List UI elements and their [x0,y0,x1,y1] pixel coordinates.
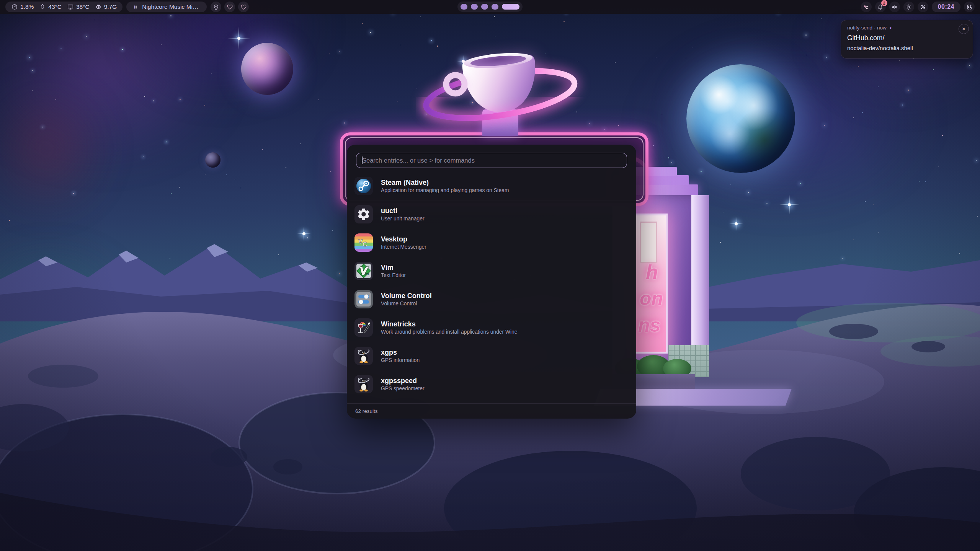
stat-value: 1.8% [20,3,34,10]
winetricks-app-icon [354,318,373,337]
notification-header: notify-send · now ● [847,25,967,31]
notification-card[interactable]: notify-send · now ● ✕ GitHub.com/ noctal… [841,20,973,59]
earth-planet [686,64,795,173]
bar-left-cluster: 1.8%43°C38°C9.7G Nightcore Music Mix 20.… [5,2,249,12]
stat-value: 43°C [48,3,62,10]
heart-icon[interactable] [224,2,235,12]
app-name: Vim [381,264,406,272]
bar-right-cluster: 2 00:24 [861,2,975,12]
launcher-item-xgps[interactable]: xgpsGPS information [347,342,636,370]
vesktop-app-icon: VC [354,233,373,252]
search-wrap [356,153,627,168]
app-description: User unit manager [381,216,425,222]
tux-app-icon [354,375,373,393]
notification-count-badge: 2 [881,0,887,6]
app-description: Text Editor [381,272,406,278]
tux-app-icon [354,347,373,365]
stat-chip: 9.7G [95,3,117,10]
app-name: Vesktop [381,235,426,243]
app-description: Work around problems and install applica… [381,329,517,335]
launcher-item-uuctl[interactable]: uuctlUser unit manager [347,200,636,228]
flame-icon [39,3,46,10]
workspace-3[interactable] [481,4,488,10]
gear-app-icon [354,205,373,223]
app-name: xgpsspeed [381,377,425,385]
launcher-item-vim[interactable]: imVimText Editor [347,257,636,285]
results-count: 62 results [355,408,378,414]
launcher-item-steam-native-[interactable]: Steam (Native)Application for managing a… [347,172,636,200]
stat-value: 9.7G [104,3,117,10]
text-caret [362,156,363,164]
menu-poster [640,222,657,263]
launcher-item-volume-control[interactable]: Volume ControlVolume Control [347,285,636,313]
workspace-indicator[interactable] [457,2,523,12]
pause-icon[interactable] [132,4,139,10]
left-tray [211,2,249,12]
search-input[interactable] [356,153,627,168]
results-list: Steam (Native)Application for managing a… [347,168,636,403]
app-name: Volume Control [381,292,432,300]
vesktop-tray-icon[interactable] [861,2,872,12]
workspace-4[interactable] [492,4,498,10]
notification-title: GitHub.com/ [847,34,967,42]
desktop: h on ns [0,0,980,551]
svg-text:im: im [365,272,369,276]
media-player-widget[interactable]: Nightcore Music Mix 20... [126,2,207,12]
notifications-button[interactable]: 2 [875,2,886,12]
cafe-window: h on ns [634,214,668,354]
notification-body: noctalia-dev/noctalia.shell [847,45,967,51]
launcher-footer: 62 results [347,403,636,419]
steam-app-icon [354,177,373,195]
system-stats-widget[interactable]: 1.8%43°C38°C9.7G [5,2,122,12]
app-description: Volume Control [381,301,432,306]
display-icon [67,3,74,10]
gauge-icon [11,3,18,10]
volume-app-icon [354,290,373,308]
stat-flame: 43°C [39,3,62,10]
stat-gauge: 1.8% [11,3,34,10]
app-description: GPS speedometer [381,386,425,391]
heart-icon[interactable] [238,2,249,12]
neon-sign-text: on [640,287,663,310]
vim-app-icon: im [354,262,373,280]
workspace-2[interactable] [471,4,478,10]
stat-display: 38°C [67,3,90,10]
svg-text:C: C [363,241,367,248]
media-title: Nightcore Music Mix 20... [142,3,201,10]
app-description: GPS information [381,357,420,363]
night-light-off-button[interactable] [918,2,928,12]
chip-icon [95,3,102,10]
launcher-item-xgpsspeed[interactable]: xgpsspeedGPS speedometer [347,370,636,398]
launcher-item-winetricks[interactable]: WinetricksWork around problems and insta… [347,313,636,342]
neon-sign-text: ns [638,314,660,336]
neon-sign-text: h [646,261,658,284]
stat-value: 38°C [76,3,90,10]
app-name: Winetricks [381,320,517,328]
close-icon[interactable]: ✕ [959,24,969,34]
workspace-5-active[interactable] [502,4,519,10]
notification-source: notify-send · now [847,25,887,31]
launcher-item-vesktop[interactable]: VCVesktopInternet Messenger [347,228,636,257]
purple-planet [241,43,293,95]
widgets-dashboard-button[interactable] [964,2,975,12]
app-description: Internet Messenger [381,244,426,250]
app-name: uuctl [381,207,425,215]
skull-icon[interactable] [211,2,221,12]
brightness-button[interactable] [903,2,914,12]
top-bar: 1.8%43°C38°C9.7G Nightcore Music Mix 20.… [0,0,980,14]
volume-button[interactable] [889,2,900,12]
app-launcher: Steam (Native)Application for managing a… [347,145,636,419]
app-description: Application for managing and playing gam… [381,187,509,193]
app-name: Steam (Native) [381,179,509,187]
small-moon [205,152,220,168]
app-name: xgps [381,349,420,357]
clock[interactable]: 00:24 [932,2,960,12]
unread-dot-icon: ● [890,26,892,30]
workspace-1[interactable] [461,4,467,10]
